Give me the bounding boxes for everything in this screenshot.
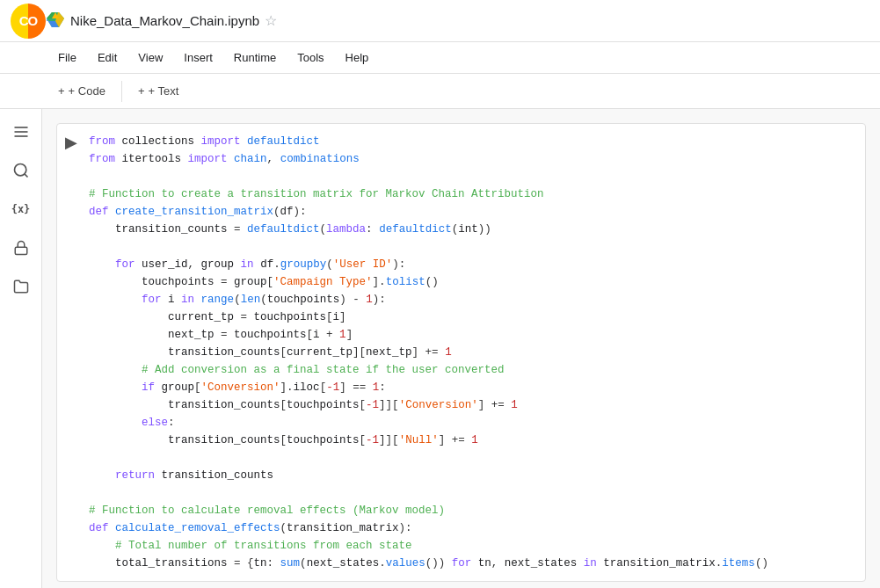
- run-cell-button[interactable]: ▶: [57, 124, 85, 581]
- toolbar: + + Code + + Text: [0, 74, 880, 109]
- plus-code-icon: +: [58, 84, 65, 98]
- menu-bar: File Edit View Insert Runtime Tools Help: [0, 42, 880, 74]
- menu-runtime[interactable]: Runtime: [225, 47, 285, 68]
- sidebar: {x}: [0, 109, 42, 588]
- star-icon[interactable]: ☆: [265, 12, 277, 29]
- menu-help[interactable]: Help: [337, 47, 378, 68]
- add-text-label: + Text: [148, 84, 178, 98]
- menu-view[interactable]: View: [129, 47, 171, 68]
- app-logo: CO: [11, 4, 46, 39]
- menu-edit[interactable]: Edit: [89, 47, 126, 68]
- plus-text-icon: +: [138, 84, 145, 98]
- main-area: {x} ▶ from collections import defaultdic…: [0, 109, 880, 588]
- top-bar: CO Nike_Data_Markov_Chain.ipynb ☆: [0, 0, 880, 42]
- menu-file[interactable]: File: [49, 47, 85, 68]
- code-cell: ▶ from collections import defaultdict fr…: [56, 123, 866, 582]
- toolbar-separator: [121, 81, 122, 102]
- notebook-title[interactable]: Nike_Data_Markov_Chain.ipynb: [70, 13, 259, 28]
- drive-icon: [46, 12, 65, 30]
- sidebar-search-icon[interactable]: [5, 155, 37, 186]
- notebook-area: ▶ from collections import defaultdict fr…: [42, 109, 880, 588]
- svg-point-3: [14, 164, 25, 176]
- add-code-button[interactable]: + + Code: [49, 81, 114, 101]
- menu-tools[interactable]: Tools: [288, 47, 332, 68]
- logo-text: CO: [19, 13, 38, 28]
- add-text-button[interactable]: + + Text: [129, 81, 187, 101]
- cell-code[interactable]: from collections import defaultdict from…: [85, 124, 865, 581]
- sidebar-files-icon[interactable]: [5, 271, 37, 302]
- svg-rect-5: [15, 247, 27, 254]
- menu-insert[interactable]: Insert: [175, 47, 222, 68]
- sidebar-variables-icon[interactable]: {x}: [5, 193, 37, 225]
- sidebar-toc-icon[interactable]: [5, 116, 37, 148]
- sidebar-secrets-icon[interactable]: [5, 232, 37, 264]
- add-code-label: + Code: [69, 84, 105, 98]
- svg-line-4: [24, 174, 27, 178]
